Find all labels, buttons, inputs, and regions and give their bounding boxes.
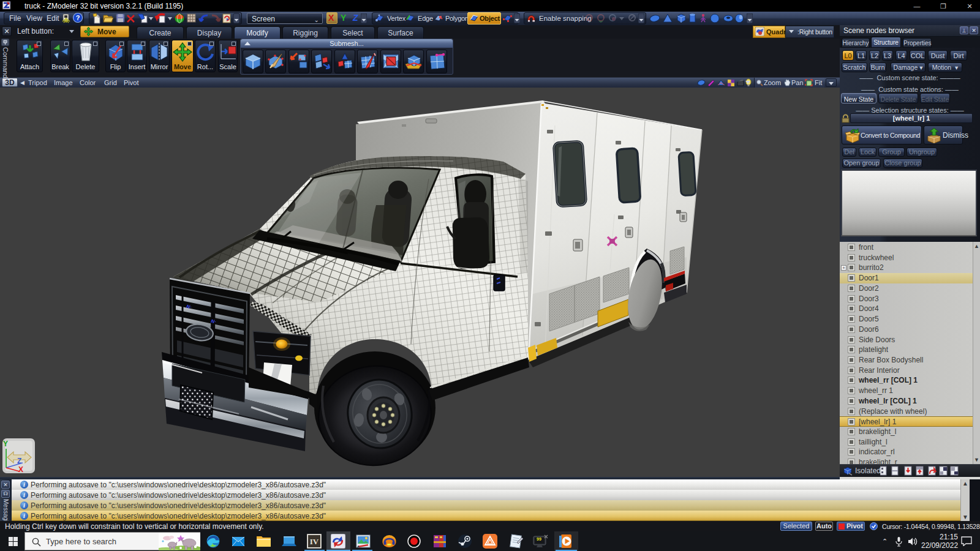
svg-text:X: X xyxy=(18,465,23,474)
svg-text:Y: Y xyxy=(3,440,8,448)
svg-text:IV: IV xyxy=(310,537,319,546)
svg-text:99: 99 xyxy=(537,537,541,541)
svg-text:?: ? xyxy=(76,14,80,21)
